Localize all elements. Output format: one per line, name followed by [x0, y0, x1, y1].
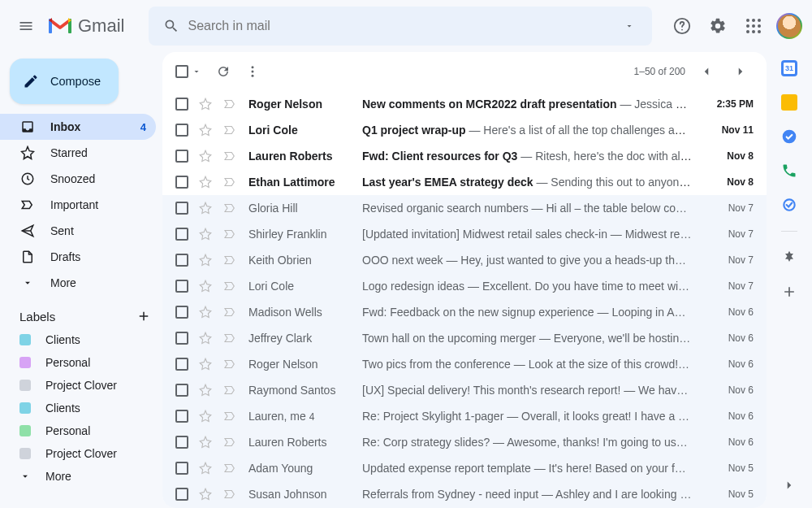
important-marker[interactable] — [222, 435, 239, 449]
labels-more[interactable]: More — [0, 465, 162, 488]
important-marker[interactable] — [222, 149, 239, 163]
gmail-logo[interactable]: Gmail — [45, 15, 149, 37]
support-button[interactable] — [666, 10, 698, 42]
row-checkbox[interactable] — [175, 228, 188, 241]
nav-item-important[interactable]: Important — [0, 192, 156, 218]
important-marker[interactable] — [222, 175, 239, 189]
important-marker[interactable] — [222, 357, 239, 371]
mail-row[interactable]: Lauren RobertsRe: Corp strategy slides? … — [162, 429, 767, 455]
nav-item-snoozed[interactable]: Snoozed — [0, 166, 156, 192]
mail-row[interactable]: Lori ColeLogo redesign ideas — Excellent… — [162, 273, 767, 299]
settings-button[interactable] — [702, 10, 734, 42]
star-button[interactable] — [198, 201, 214, 215]
row-checkbox[interactable] — [175, 384, 188, 397]
refresh-button[interactable] — [216, 64, 231, 79]
important-marker[interactable] — [222, 409, 239, 423]
row-checkbox[interactable] — [175, 124, 188, 137]
row-checkbox[interactable] — [175, 254, 188, 267]
important-marker[interactable] — [222, 253, 239, 267]
label-item[interactable]: Project Clover — [0, 442, 162, 465]
label-item[interactable]: Personal — [0, 419, 162, 442]
mail-row[interactable]: Shirley Franklin[Updated invitation] Mid… — [162, 221, 767, 247]
next-page-button[interactable] — [728, 59, 754, 85]
search-input[interactable] — [188, 19, 613, 33]
apps-button[interactable] — [737, 10, 770, 42]
mail-row[interactable]: Raymond Santos[UX] Special delivery! Thi… — [162, 377, 767, 403]
mail-row[interactable]: Ethan LattimoreLast year's EMEA strategy… — [162, 169, 767, 195]
row-checkbox[interactable] — [175, 410, 188, 423]
get-addons-button[interactable] — [781, 284, 797, 300]
nav-item-inbox[interactable]: Inbox4 — [0, 114, 156, 140]
row-checkbox[interactable] — [175, 462, 188, 475]
mail-row[interactable]: Roger NelsonNew comments on MCR2022 draf… — [162, 91, 767, 117]
star-button[interactable] — [198, 97, 214, 111]
addon-icon[interactable] — [781, 197, 797, 213]
row-checkbox[interactable] — [175, 280, 188, 293]
row-checkbox[interactable] — [175, 332, 188, 345]
calendar-app-icon[interactable]: 31 — [781, 60, 797, 76]
important-marker[interactable] — [222, 227, 239, 241]
important-marker[interactable] — [222, 123, 239, 137]
star-button[interactable] — [198, 331, 214, 345]
star-button[interactable] — [198, 383, 214, 397]
important-marker[interactable] — [222, 383, 239, 397]
search-button[interactable] — [155, 10, 188, 42]
important-marker[interactable] — [222, 279, 239, 293]
search-bar[interactable] — [149, 7, 652, 46]
nav-item-starred[interactable]: Starred — [0, 140, 156, 166]
label-item[interactable]: Clients — [0, 397, 162, 419]
addon-extra-icon[interactable] — [781, 250, 797, 266]
account-avatar[interactable] — [776, 13, 802, 39]
star-button[interactable] — [198, 123, 214, 137]
contacts-app-icon[interactable] — [781, 163, 797, 179]
row-checkbox[interactable] — [175, 436, 188, 449]
star-button[interactable] — [198, 227, 214, 241]
mail-row[interactable]: Gloria HillRevised organic search number… — [162, 195, 767, 221]
label-item[interactable]: Personal — [0, 351, 162, 374]
mail-row[interactable]: Jeffrey ClarkTown hall on the upcoming m… — [162, 325, 767, 351]
important-marker[interactable] — [222, 97, 239, 111]
select-all-checkbox[interactable] — [175, 65, 188, 78]
mail-row[interactable]: Lori ColeQ1 project wrap-up — Here's a l… — [162, 117, 767, 143]
star-button[interactable] — [198, 175, 214, 189]
main-menu-button[interactable] — [6, 7, 45, 46]
select-dropdown-icon[interactable] — [192, 67, 201, 76]
label-item[interactable]: Clients — [0, 328, 162, 351]
mail-row[interactable]: Susan JohnsonReferrals from Sydney - nee… — [162, 481, 767, 507]
important-marker[interactable] — [222, 461, 239, 475]
star-button[interactable] — [198, 435, 214, 449]
prev-page-button[interactable] — [693, 59, 719, 85]
row-checkbox[interactable] — [175, 488, 188, 501]
important-marker[interactable] — [222, 305, 239, 319]
star-button[interactable] — [198, 253, 214, 267]
nav-item-sent[interactable]: Sent — [0, 218, 156, 244]
row-checkbox[interactable] — [175, 150, 188, 163]
important-marker[interactable] — [222, 487, 239, 501]
mail-row[interactable]: Adam YoungUpdated expense report templat… — [162, 455, 767, 481]
add-label-button[interactable] — [136, 309, 151, 323]
mail-row[interactable]: Lauren, me 4Re: Project Skylight 1-pager… — [162, 403, 767, 429]
star-button[interactable] — [198, 461, 214, 475]
mail-row[interactable]: Keith ObrienOOO next week — Hey, just wa… — [162, 247, 767, 273]
star-button[interactable] — [198, 305, 214, 319]
star-button[interactable] — [198, 487, 214, 501]
row-checkbox[interactable] — [175, 202, 188, 215]
label-item[interactable]: Project Clover — [0, 374, 162, 397]
search-options-button[interactable] — [613, 10, 646, 42]
important-marker[interactable] — [222, 331, 239, 345]
mail-row[interactable]: Roger NelsonTwo pics from the conference… — [162, 351, 767, 377]
mail-row[interactable]: Lauren RobertsFwd: Client resources for … — [162, 143, 767, 169]
row-checkbox[interactable] — [175, 306, 188, 319]
important-marker[interactable] — [222, 201, 239, 215]
star-button[interactable] — [198, 279, 214, 293]
star-button[interactable] — [198, 409, 214, 423]
compose-button[interactable]: Compose — [10, 59, 119, 104]
keep-app-icon[interactable] — [781, 94, 797, 111]
nav-item-drafts[interactable]: Drafts — [0, 244, 156, 270]
row-checkbox[interactable] — [175, 98, 188, 111]
more-actions-button[interactable] — [245, 64, 260, 79]
star-button[interactable] — [198, 357, 214, 371]
row-checkbox[interactable] — [175, 176, 188, 189]
mail-row[interactable]: Madison WellsFwd: Feedback on the new si… — [162, 299, 767, 325]
row-checkbox[interactable] — [175, 358, 188, 371]
